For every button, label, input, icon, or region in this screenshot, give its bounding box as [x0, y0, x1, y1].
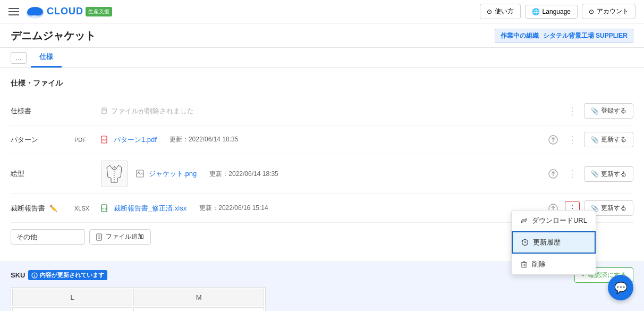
- svg-rect-19: [522, 263, 526, 267]
- file-actions-image: ⋮ 📎 更新する: [546, 166, 633, 182]
- update-button-pattern[interactable]: 📎 更新する: [584, 132, 633, 147]
- history-icon: [521, 239, 529, 246]
- more-button[interactable]: …: [11, 52, 27, 64]
- sku-col-l: L: [12, 289, 132, 306]
- file-date-pattern: 更新：2022/06/14 18:35: [170, 135, 238, 144]
- add-file-button[interactable]: ファイル追加: [89, 229, 151, 245]
- svg-point-13: [138, 172, 140, 173]
- upload-icon-image: [548, 169, 558, 179]
- logo-cloud-icon: [26, 4, 45, 19]
- update-label-pattern: 更新する: [601, 135, 626, 144]
- sku-label: SKU: [11, 271, 25, 279]
- svg-point-4: [27, 9, 35, 15]
- globe-icon: 🌐: [532, 8, 540, 15]
- file-actions-pattern: ⋮ 📎 更新する: [546, 132, 633, 147]
- chat-button[interactable]: 💬: [608, 275, 633, 300]
- section-title: 仕様・ファイル: [11, 79, 633, 88]
- file-deleted-text: ファイルが削除されました: [101, 106, 194, 116]
- header-left: CLOUD 生産支援: [9, 4, 112, 19]
- logo-area: CLOUD 生産支援: [26, 4, 112, 19]
- user-icon: ⊙: [589, 8, 594, 15]
- file-type-report: XLSX: [74, 205, 101, 212]
- account-button[interactable]: ⊙ アカウント: [582, 4, 635, 19]
- header-right: ⊙ 使い方 🌐 Language ⊙ アカウント: [480, 4, 635, 19]
- file-row-report: 裁断報告書 ✏️ XLSX XLSX 裁断報告書_修正済.xlsx 更新：202…: [11, 194, 633, 223]
- dropdown-item-delete[interactable]: 削除: [512, 254, 596, 274]
- info-icon: i: [31, 272, 38, 279]
- file-info-report: XLSX 裁断報告書_修正済.xlsx 更新：2022/06/16 15:14: [101, 204, 546, 213]
- title-bar: デニムジャケット 作業中の組織 シタテル背景工場 SUPPLIER: [0, 23, 644, 48]
- chat-icon: 💬: [614, 281, 628, 294]
- update-icon-pattern: 📎: [591, 136, 599, 144]
- add-file-icon: [96, 233, 104, 241]
- sku-info-badge: i 内容が更新されています: [28, 270, 107, 280]
- logo-text: CLOUD: [47, 6, 83, 17]
- page-title: デニムジャケット: [11, 29, 96, 43]
- image-file-icon: [136, 170, 145, 178]
- more-dots-pattern[interactable]: ⋮: [565, 134, 580, 146]
- dropdown-item-download-url[interactable]: ダウンロードURL: [512, 211, 596, 231]
- tab-bar: 仕様: [31, 48, 62, 68]
- language-button[interactable]: 🌐 Language: [525, 5, 578, 19]
- trash-icon: [520, 260, 528, 268]
- org-badge: 作業中の組織 シタテル背景工場 SUPPLIER: [495, 29, 633, 43]
- more-dots-image[interactable]: ⋮: [565, 168, 580, 180]
- register-label: 登録する: [601, 106, 626, 115]
- sku-cell-l: [12, 307, 132, 311]
- link-icon: [520, 217, 528, 224]
- file-info-pattern: PDF パターン1.pdf 更新：2022/06/14 18:35: [101, 135, 546, 145]
- hamburger-menu[interactable]: [9, 8, 19, 15]
- usage-label: 使い方: [495, 7, 514, 16]
- add-file-label: ファイル追加: [106, 232, 144, 241]
- file-row-pattern-image: 絵型 ジャケット.png 更新：2022/06/14 18: [11, 154, 633, 194]
- upload-icon: [548, 135, 558, 145]
- usage-button[interactable]: ⊙ 使い方: [480, 4, 521, 19]
- sku-table: L M: [11, 287, 266, 311]
- update-icon-image: 📎: [591, 170, 599, 178]
- sku-title: SKU i 内容が更新されています: [11, 270, 107, 280]
- edit-icon-report[interactable]: ✏️: [49, 205, 57, 212]
- file-label-report: 裁断報告書 ✏️: [11, 204, 74, 213]
- main-content: 仕様・ファイル 仕様書 ファイルが削除されました ⋮: [0, 68, 644, 262]
- file-row-spec: 仕様書 ファイルが削除されました ⋮ 📎 登録する: [11, 97, 633, 125]
- dropdown-label-history: 更新履歴: [533, 238, 561, 247]
- file-type-pattern: PDF: [74, 137, 101, 143]
- file-link-pattern[interactable]: パターン1.pdf: [114, 135, 157, 145]
- upload-button-pattern[interactable]: [546, 132, 561, 147]
- pdf-icon: PDF: [101, 136, 109, 144]
- sku-cell-m: [133, 307, 264, 311]
- file-section: 仕様書 ファイルが削除されました ⋮ 📎 登録する: [11, 97, 633, 251]
- org-label: 作業中の組織: [501, 32, 539, 39]
- file-info-spec: ファイルが削除されました: [101, 106, 546, 116]
- file-row-pattern: パターン PDF PDF パターン1.pdf 更新：2022/06/14 18:…: [11, 125, 633, 154]
- upload-button-image[interactable]: [546, 166, 561, 181]
- dropdown-menu: ダウンロードURL 更新履歴: [511, 210, 596, 275]
- svg-text:i: i: [34, 273, 35, 278]
- account-label: アカウント: [597, 7, 629, 16]
- file-info-image: ジャケット.png 更新：2022/06/14 18:35: [101, 161, 546, 187]
- other-input[interactable]: [11, 229, 85, 245]
- tab-spec[interactable]: 仕様: [31, 48, 62, 68]
- dropdown-label-download: ダウンロードURL: [532, 216, 587, 225]
- sku-badge-text: 内容が更新されています: [40, 271, 104, 279]
- header: CLOUD 生産支援 ⊙ 使い方 🌐 Language ⊙ アカウント: [0, 0, 644, 23]
- update-button-image[interactable]: 📎 更新する: [584, 166, 633, 182]
- svg-text:XLSX: XLSX: [102, 207, 108, 210]
- file-link-report[interactable]: 裁断報告書_修正済.xlsx: [114, 204, 187, 213]
- xlsx-icon: XLSX: [101, 204, 109, 213]
- register-button-spec[interactable]: 📎 登録する: [584, 103, 633, 119]
- sub-header: … 仕様: [0, 48, 644, 68]
- register-icon: 📎: [591, 107, 599, 115]
- org-name: シタテル背景工場 SUPPLIER: [543, 32, 628, 39]
- file-icon: [101, 107, 108, 115]
- file-thumbnail: [101, 161, 128, 187]
- file-date-image: 更新：2022/06/14 18:35: [209, 170, 278, 179]
- sku-table-row: [12, 307, 264, 311]
- file-link-image[interactable]: ジャケット.png: [149, 169, 197, 179]
- language-label: Language: [543, 8, 571, 15]
- svg-text:PDF: PDF: [102, 138, 107, 141]
- dropdown-item-history[interactable]: 更新履歴: [512, 231, 596, 254]
- logo-badge: 生産支援: [86, 7, 112, 16]
- svg-point-5: [33, 8, 43, 15]
- update-label-image: 更新する: [601, 170, 626, 179]
